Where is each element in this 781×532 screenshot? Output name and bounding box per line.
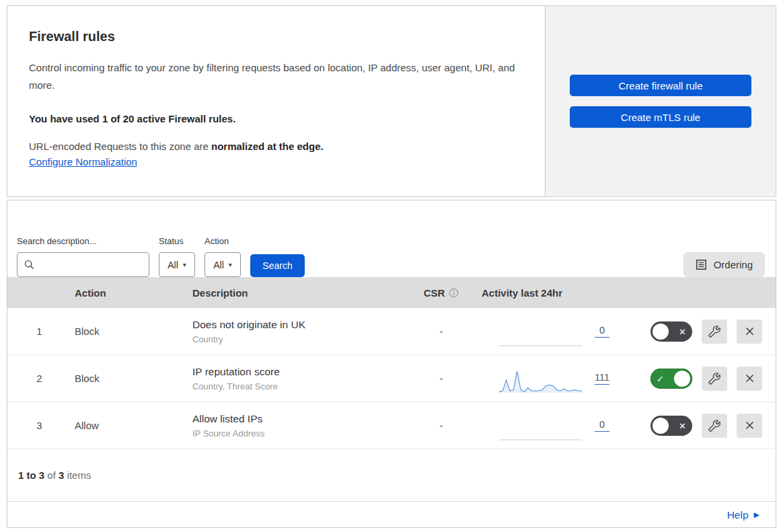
delete-rule-button[interactable] bbox=[737, 414, 762, 438]
activity-count-link[interactable]: 0 bbox=[595, 419, 609, 432]
rule-description: Allow listed IPs bbox=[192, 413, 408, 425]
ordering-button-label: Ordering bbox=[714, 259, 753, 270]
items-range: 1 to 3 bbox=[18, 469, 44, 481]
search-group: Search description... bbox=[17, 236, 149, 277]
wrench-icon bbox=[708, 373, 720, 385]
rule-controls: ✓ ✕ bbox=[633, 367, 776, 391]
create-mtls-rule-button[interactable]: Create mTLS rule bbox=[570, 106, 751, 128]
ordering-list-icon bbox=[696, 259, 707, 270]
delete-rule-button[interactable] bbox=[737, 319, 762, 344]
rule-fields: Country bbox=[192, 334, 408, 344]
rule-csr-value: - bbox=[408, 373, 475, 384]
rule-fields: Country, Threat Score bbox=[192, 381, 408, 391]
status-filter-group: Status All ▾ bbox=[159, 236, 195, 277]
activity-count-link[interactable]: 0 bbox=[595, 325, 609, 338]
rule-priority: 2 bbox=[7, 373, 71, 384]
rule-action: Block bbox=[71, 373, 189, 384]
edit-rule-button[interactable] bbox=[702, 367, 727, 391]
page-title: Firewall rules bbox=[29, 29, 518, 44]
rule-description-cell: IP reputation score Country, Threat Scor… bbox=[189, 366, 408, 391]
search-label: Search description... bbox=[17, 236, 149, 246]
normalization-text: URL-encoded Requests to this zone are bbox=[29, 141, 211, 152]
chevron-down-icon: ▾ bbox=[183, 262, 186, 268]
rule-csr-value: - bbox=[408, 326, 475, 337]
action-dropdown[interactable]: All ▾ bbox=[204, 252, 241, 277]
check-icon: ✓ bbox=[657, 374, 664, 383]
rule-action: Block bbox=[71, 326, 189, 337]
search-input[interactable] bbox=[38, 259, 143, 271]
info-icon[interactable] bbox=[449, 288, 459, 298]
column-csr: CSR bbox=[408, 287, 475, 299]
help-bar: Help ▶ bbox=[7, 502, 776, 528]
action-selected-value: All bbox=[213, 260, 224, 270]
page-description: Control incoming traffic to your zone by… bbox=[29, 59, 517, 94]
status-selected-value: All bbox=[168, 260, 178, 270]
rule-csr-value: - bbox=[408, 420, 475, 431]
status-label: Status bbox=[159, 236, 195, 246]
rule-description-cell: Allow listed IPs IP Source Address bbox=[189, 413, 408, 439]
rule-controls: ✓ ✕ bbox=[633, 319, 776, 344]
column-csr-label: CSR bbox=[424, 287, 445, 299]
rule-activity-cell: 0 bbox=[475, 315, 633, 348]
rule-activity-cell: 111 bbox=[475, 363, 633, 395]
rules-list-card: Search description... Status All ▾ Actio… bbox=[7, 200, 776, 528]
action-label: Action bbox=[204, 236, 241, 246]
rule-enabled-toggle[interactable]: ✓ ✕ bbox=[650, 416, 692, 436]
configure-normalization-link[interactable]: Configure Normalization bbox=[29, 156, 137, 167]
rule-controls: ✓ ✕ bbox=[633, 414, 776, 438]
pagination-summary: 1 to 3 of 3 items bbox=[7, 449, 776, 502]
chevron-down-icon: ▾ bbox=[229, 262, 232, 268]
firewall-rules-page: Firewall rules Control incoming traffic … bbox=[0, 0, 781, 532]
items-total: 3 bbox=[59, 469, 64, 481]
help-link-label: Help bbox=[727, 509, 749, 521]
status-dropdown[interactable]: All ▾ bbox=[159, 252, 195, 277]
ordering-button[interactable]: Ordering bbox=[683, 252, 765, 277]
rule-priority: 3 bbox=[7, 420, 71, 431]
overview-section: Firewall rules Control incoming traffic … bbox=[7, 5, 776, 197]
close-icon bbox=[745, 326, 755, 336]
rule-enabled-toggle[interactable]: ✓ ✕ bbox=[650, 369, 692, 389]
rule-description: IP reputation score bbox=[192, 366, 408, 378]
rule-description: Does not originate in UK bbox=[192, 319, 408, 331]
rule-action: Allow bbox=[71, 420, 189, 431]
actions-panel: Create firewall rule Create mTLS rule bbox=[546, 5, 776, 197]
close-icon bbox=[745, 420, 755, 430]
activity-sparkline bbox=[498, 321, 583, 348]
activity-sparkline bbox=[498, 415, 583, 442]
normalization-bold-text: normalized at the edge. bbox=[211, 141, 324, 152]
toggle-knob bbox=[653, 418, 669, 434]
help-link[interactable]: Help ▶ bbox=[727, 509, 759, 521]
table-header: Action Description CSR Activity last 24h… bbox=[7, 277, 776, 308]
rule-fields: IP Source Address bbox=[192, 428, 408, 439]
edit-rule-button[interactable] bbox=[702, 414, 727, 438]
search-box[interactable] bbox=[17, 252, 149, 277]
table-row: 1 Block Does not originate in UK Country… bbox=[7, 308, 776, 355]
delete-rule-button[interactable] bbox=[737, 367, 762, 391]
toggle-knob bbox=[653, 324, 669, 340]
x-icon: ✕ bbox=[679, 421, 686, 430]
rule-activity-cell: 0 bbox=[475, 410, 633, 442]
table-row: 2 Block IP reputation score Country, Thr… bbox=[7, 355, 776, 402]
rule-enabled-toggle[interactable]: ✓ ✕ bbox=[650, 321, 692, 342]
search-button[interactable]: Search bbox=[250, 254, 305, 277]
action-filter-group: Action All ▾ bbox=[204, 236, 241, 277]
column-activity: Activity last 24hr bbox=[475, 287, 633, 299]
x-icon: ✕ bbox=[679, 327, 686, 336]
wrench-icon bbox=[708, 420, 720, 432]
normalization-note: URL-encoded Requests to this zone are no… bbox=[29, 141, 518, 152]
filter-bar: Search description... Status All ▾ Actio… bbox=[7, 200, 776, 277]
activity-sparkline bbox=[498, 368, 583, 395]
wrench-icon bbox=[708, 326, 720, 338]
close-icon bbox=[745, 373, 755, 383]
table-row: 3 Allow Allow listed IPs IP Source Addre… bbox=[7, 402, 776, 449]
column-description: Description bbox=[189, 287, 408, 299]
toggle-knob bbox=[674, 371, 690, 387]
of-label: of bbox=[47, 469, 56, 481]
rule-priority: 1 bbox=[7, 326, 71, 337]
activity-count-link[interactable]: 111 bbox=[595, 372, 609, 385]
search-icon bbox=[24, 260, 34, 270]
usage-summary: You have used 1 of 20 active Firewall ru… bbox=[29, 113, 518, 124]
edit-rule-button[interactable] bbox=[702, 319, 727, 344]
column-action: Action bbox=[71, 287, 189, 299]
create-firewall-rule-button[interactable]: Create firewall rule bbox=[570, 75, 751, 96]
